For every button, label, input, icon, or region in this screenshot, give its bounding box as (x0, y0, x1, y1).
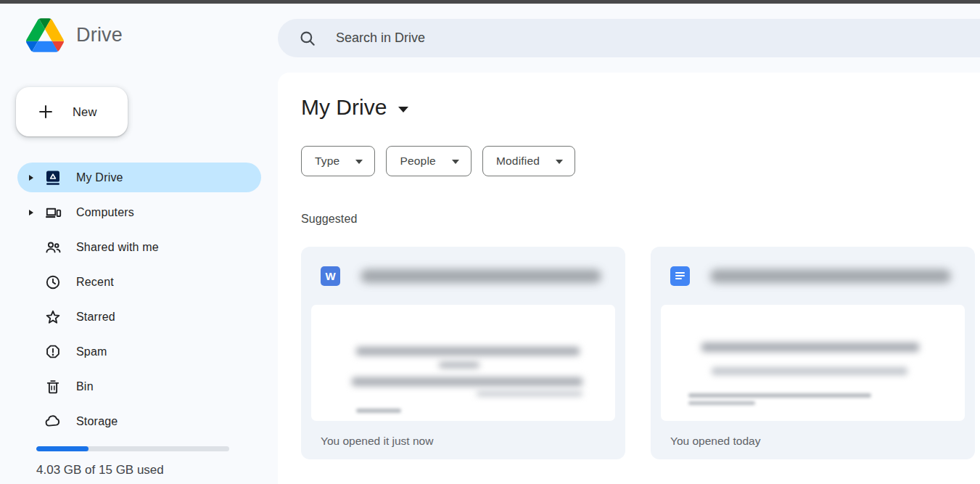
sidebar-item-shared-with-me[interactable]: Shared with me (17, 232, 261, 262)
app-title: Drive (76, 24, 123, 46)
my-drive-title-dropdown[interactable]: My Drive (301, 95, 408, 120)
chevron-down-icon (398, 107, 408, 112)
blurred-text-line (356, 347, 580, 356)
sidebar-item-recent[interactable]: Recent (17, 267, 261, 297)
suggested-cards: W You opened it just now (301, 247, 980, 459)
sidebar-item-my-drive[interactable]: My Drive (17, 163, 261, 192)
filter-chip-modified[interactable]: Modified (482, 146, 575, 176)
shared-with-me-icon (44, 239, 62, 256)
new-button[interactable]: New (16, 87, 128, 136)
page-title: My Drive (301, 95, 387, 120)
sidebar-item-label: Spam (76, 345, 107, 358)
blurred-text-line (688, 393, 871, 398)
blurred-text-line (688, 401, 755, 405)
computers-icon (44, 204, 62, 221)
chevron-down-icon (556, 160, 563, 164)
main-content-panel: My Drive Type People Modified Suggested (278, 73, 980, 484)
sidebar-item-label: Shared with me (76, 241, 159, 254)
word-file-icon: W (321, 266, 340, 286)
bin-icon (44, 378, 62, 395)
sidebar-item-label: Bin (76, 380, 94, 393)
sidebar-item-label: My Drive (76, 171, 123, 184)
blurred-file-title (710, 269, 951, 283)
chevron-down-icon (355, 160, 363, 164)
expand-caret-icon[interactable] (28, 174, 40, 181)
storage-usage-text: 4.03 GB of 15 GB used (36, 463, 164, 477)
blurred-text-line (439, 362, 479, 368)
sidebar-item-spam[interactable]: Spam (17, 337, 261, 366)
blurred-text-line (352, 377, 582, 386)
chip-label: People (400, 155, 435, 168)
sidebar-item-starred[interactable]: Starred (17, 302, 261, 332)
card-header (651, 247, 975, 305)
blurred-text-line (701, 343, 919, 352)
card-status-text: You opened it just now (301, 421, 625, 448)
sidebar-item-label: Recent (76, 276, 114, 289)
google-drive-window: Drive New (0, 0, 980, 484)
drive-logo: Drive (26, 18, 123, 52)
filter-chips: Type People Modified (301, 146, 980, 176)
storage-progress-fill (36, 446, 88, 451)
chip-label: Type (315, 155, 339, 168)
sidebar-item-storage[interactable]: Storage (17, 406, 261, 436)
recent-icon (44, 274, 62, 291)
new-button-label: New (73, 105, 97, 119)
card-header: W (301, 247, 625, 305)
sidebar-item-bin[interactable]: Bin (17, 372, 261, 401)
starred-icon (44, 308, 62, 326)
search-bar[interactable] (278, 19, 980, 57)
google-drive-logo-icon (26, 18, 64, 52)
filter-chip-people[interactable]: People (386, 146, 471, 176)
storage-icon (44, 413, 62, 430)
plus-icon (36, 102, 55, 121)
my-drive-icon (44, 169, 62, 186)
document-preview (661, 305, 965, 421)
suggested-file-card[interactable]: You opened today (651, 247, 975, 459)
chip-label: Modified (496, 155, 540, 168)
search-input[interactable] (336, 30, 980, 46)
sidebar-item-label: Storage (76, 415, 118, 428)
expand-caret-icon[interactable] (28, 209, 40, 216)
storage-progress-bar (36, 446, 229, 451)
sidebar-item-label: Computers (76, 206, 134, 219)
browser-edge-strip (0, 0, 980, 4)
suggested-section-title: Suggested (301, 213, 980, 226)
suggested-file-card[interactable]: W You opened it just now (301, 247, 625, 459)
sidebar-nav: My Drive Computers (17, 163, 261, 441)
blurred-text-line (712, 367, 907, 375)
document-preview (311, 305, 615, 421)
chevron-down-icon (452, 160, 459, 164)
google-docs-file-icon (670, 266, 690, 286)
filter-chip-type[interactable]: Type (301, 146, 375, 176)
sidebar-item-label: Starred (76, 311, 115, 324)
blurred-text-line (356, 409, 401, 413)
blurred-file-title (361, 269, 601, 283)
spam-icon (44, 343, 62, 361)
card-status-text: You opened today (651, 421, 975, 448)
blurred-text-line (477, 391, 582, 396)
sidebar-item-computers[interactable]: Computers (17, 197, 261, 227)
search-icon[interactable] (298, 29, 317, 48)
